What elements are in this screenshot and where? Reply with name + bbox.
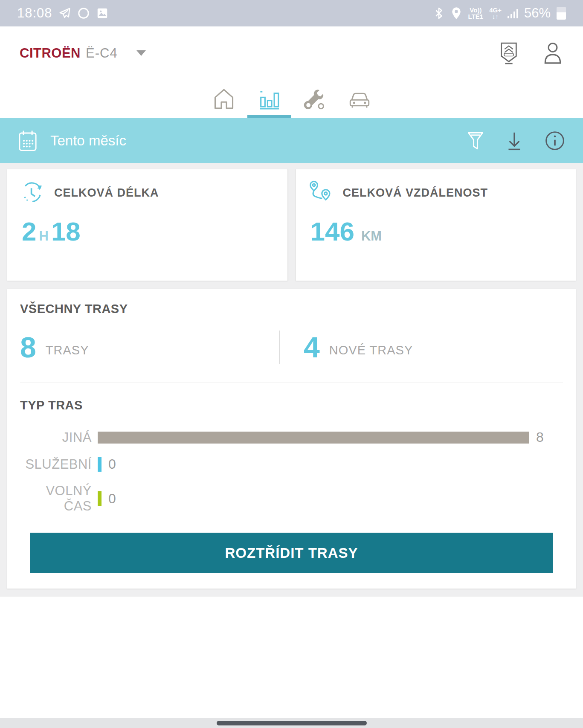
- new-trips-value: 4: [304, 331, 320, 364]
- vehicle-selector[interactable]: CITROËN Ë-C4: [20, 46, 146, 61]
- bar-value: 8: [536, 429, 544, 445]
- trip-type-chart: JINÁ8SLUŽEBNÍ0VOLNÝ ČAS0: [20, 429, 563, 514]
- volte-indicator: Vo)) LTE1: [468, 7, 484, 20]
- trip-type-title: TYP TRAS: [20, 398, 563, 412]
- new-trips: 4 NOVÉ TRASY: [279, 331, 563, 364]
- status-bar: 18:08 Vo)) LTE1 4G+ ↓↑ 56%: [0, 0, 583, 26]
- chevron-down-icon: [136, 50, 146, 56]
- total-distance-card: CELKOVÁ VZDÁLENOST 146KM: [296, 169, 577, 281]
- tab-vehicle[interactable]: [337, 80, 382, 118]
- tab-service[interactable]: [292, 80, 337, 118]
- gesture-handle[interactable]: [217, 721, 367, 725]
- citroen-dealer-icon[interactable]: [498, 41, 520, 66]
- period-bar: Tento měsíc: [0, 118, 583, 163]
- total-duration-value: 2H18: [22, 216, 275, 247]
- period-label: Tento měsíc: [50, 133, 126, 149]
- bar: [98, 457, 102, 472]
- bar-value: 0: [108, 456, 116, 472]
- signal-icon: [508, 8, 518, 18]
- tab-statistics[interactable]: [247, 80, 292, 118]
- home-icon: [212, 87, 236, 111]
- chart-row: VOLNÝ ČAS0: [20, 483, 563, 514]
- brand-name: CITROËN: [20, 46, 81, 61]
- clock-time: 18:08: [17, 6, 52, 21]
- battery-percentage: 56%: [524, 6, 551, 21]
- bar-chart-icon: [257, 87, 281, 111]
- chart-category-label: JINÁ: [20, 430, 92, 445]
- total-trips: 8 TRASY: [20, 331, 279, 364]
- gallery-icon: [96, 7, 109, 20]
- total-trips-value: 8: [20, 331, 36, 364]
- sort-trips-button[interactable]: ROZTŘÍDIT TRASY: [30, 533, 553, 573]
- profile-icon[interactable]: [542, 41, 563, 65]
- clock-history-icon: [20, 180, 45, 205]
- trip-counts: 8 TRASY 4 NOVÉ TRASY: [20, 331, 563, 383]
- bar-value: 0: [108, 491, 116, 507]
- total-distance-value: 146KM: [310, 216, 563, 247]
- stats-content: CELKOVÁ DÉLKA 2H18 CELKOVÁ VZDÁLENOST: [0, 163, 583, 597]
- network-band-indicator: 4G+ ↓↑: [489, 7, 502, 20]
- circle-icon: [77, 7, 90, 20]
- tab-bar: [0, 80, 583, 118]
- total-duration-card: CELKOVÁ DÉLKA 2H18: [7, 169, 288, 281]
- wrench-icon: [302, 87, 327, 111]
- download-icon[interactable]: [505, 130, 524, 152]
- telegram-icon: [58, 7, 71, 20]
- tab-home[interactable]: [201, 80, 247, 118]
- app-header: CITROËN Ë-C4: [0, 26, 583, 80]
- chart-category-label: VOLNÝ ČAS: [20, 483, 92, 514]
- model-name: Ë-C4: [86, 46, 118, 61]
- route-icon: [309, 180, 334, 205]
- chart-row: SLUŽEBNÍ0: [20, 456, 563, 472]
- gesture-strip: [0, 718, 583, 728]
- bluetooth-icon: [433, 6, 444, 20]
- content-spacer: [0, 597, 583, 718]
- chart-row: JINÁ8: [20, 429, 563, 445]
- bar: [98, 491, 102, 506]
- calendar-icon: [17, 129, 38, 152]
- total-trips-label: TRASY: [46, 343, 89, 357]
- car-icon: [347, 87, 372, 111]
- filter-icon[interactable]: [466, 130, 485, 152]
- location-icon: [450, 6, 462, 20]
- card-label: CELKOVÁ DÉLKA: [54, 186, 159, 200]
- info-icon[interactable]: [544, 130, 566, 152]
- chart-category-label: SLUŽEBNÍ: [20, 457, 92, 472]
- trips-card: VŠECHNY TRASY 8 TRASY 4 NOVÉ TRASY TYP T…: [7, 289, 576, 589]
- all-trips-title: VŠECHNY TRASY: [20, 302, 563, 316]
- new-trips-label: NOVÉ TRASY: [329, 343, 413, 357]
- battery-icon: [557, 7, 566, 20]
- bar: [98, 432, 529, 444]
- card-label: CELKOVÁ VZDÁLENOST: [343, 186, 488, 200]
